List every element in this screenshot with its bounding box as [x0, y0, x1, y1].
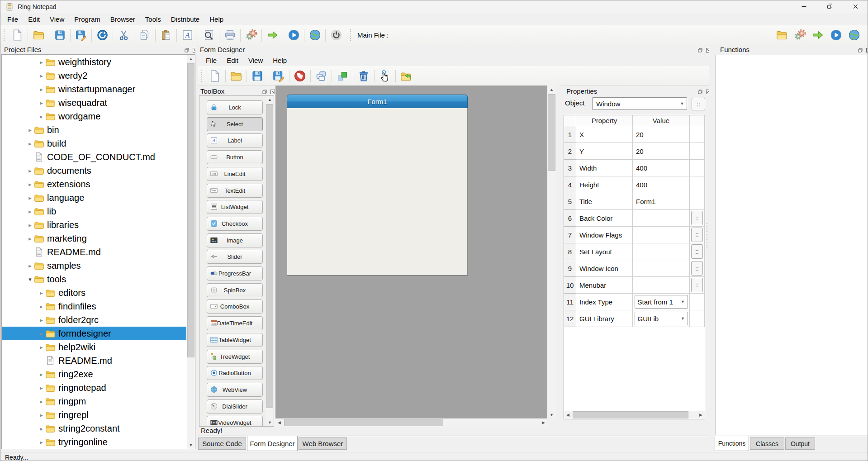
open-source-button[interactable]: [397, 68, 415, 84]
tree-item-wisequadrat[interactable]: ▸wisequadrat: [2, 96, 186, 109]
float-icon[interactable]: [183, 47, 190, 53]
property-value-cell[interactable]: Start from 1▼: [633, 294, 690, 310]
toolbox-dialslider-button[interactable]: DialSlider: [207, 399, 263, 413]
tab-source-code[interactable]: Source Code: [198, 437, 246, 450]
gui-library-dropdown[interactable]: GUILib▼: [635, 312, 688, 325]
chevron-down-icon[interactable]: ▾: [26, 276, 34, 283]
form-window-titlebar[interactable]: Form1: [287, 95, 468, 108]
properties-hscrollbar[interactable]: ◀ ▶: [564, 411, 705, 419]
tree-item-werdy2[interactable]: ▸werdy2: [2, 69, 186, 82]
toolbox-radiobutton-button[interactable]: RadioButton: [207, 366, 263, 380]
chevron-right-icon[interactable]: ▸: [26, 181, 34, 188]
property-value-cell[interactable]: 400: [633, 176, 690, 193]
toolbox-datetimeedit-button[interactable]: DateTimeEdit: [207, 316, 263, 330]
web-button[interactable]: [306, 27, 324, 43]
duplicate-control-button[interactable]: [312, 68, 330, 84]
designed-form-window[interactable]: Form1: [287, 95, 468, 276]
chevron-right-icon[interactable]: ▸: [38, 100, 45, 106]
tree-item-documents[interactable]: ▸documents: [2, 164, 186, 177]
panel-resize-grip[interactable]: [706, 221, 708, 248]
tree-item-formdesigner[interactable]: ▸formdesigner: [2, 327, 186, 340]
toolbox-videowidget-button[interactable]: VideoWidget: [207, 416, 263, 427]
scroll-thumb[interactable]: [266, 104, 273, 408]
menu-edit[interactable]: Edit: [23, 14, 45, 25]
tab-classes[interactable]: Classes: [750, 437, 784, 450]
toolbox-label-button[interactable]: ALabel: [207, 133, 263, 147]
close-icon[interactable]: [269, 88, 276, 95]
reload-button[interactable]: [93, 27, 111, 43]
scroll-right-icon[interactable]: ▶: [697, 411, 705, 419]
delete-control-button[interactable]: [355, 68, 373, 84]
chevron-right-icon[interactable]: ▸: [38, 425, 45, 432]
scroll-thumb[interactable]: [548, 94, 555, 171]
menubar-more-button[interactable]: ::: [691, 278, 703, 292]
tab-web-browser[interactable]: Web Browser: [299, 437, 347, 450]
fd-menu-help[interactable]: Help: [268, 55, 292, 66]
toolbox-combobox-button[interactable]: ComboBox: [207, 299, 263, 314]
property-value-cell[interactable]: [633, 227, 690, 243]
tree-item-code-of-conduct-md[interactable]: CODE_OF_CONDUCT.md: [2, 150, 186, 164]
tree-item-findinfiles[interactable]: ▸findinfiles: [2, 299, 186, 313]
scroll-left-icon[interactable]: ◀: [564, 411, 572, 419]
float-icon[interactable]: [697, 88, 703, 95]
toolbox-image-button[interactable]: Image: [207, 233, 263, 247]
toolbox-select-button[interactable]: Select: [207, 117, 263, 131]
toolbox-webview-button[interactable]: WebView: [207, 383, 263, 397]
menu-view[interactable]: View: [45, 14, 69, 25]
scroll-thumb[interactable]: [284, 419, 443, 426]
scroll-thumb[interactable]: [187, 63, 194, 357]
toolbar-grip[interactable]: [201, 70, 203, 82]
toolbox-checkbox-button[interactable]: Checkbox: [207, 217, 263, 231]
close-form-button[interactable]: [291, 68, 309, 84]
property-value-cell[interactable]: GUILib▼: [633, 310, 690, 327]
run-to-button[interactable]: [263, 27, 281, 43]
cut-button[interactable]: [114, 27, 133, 43]
menu-distribute[interactable]: Distribute: [166, 14, 204, 25]
settings-button[interactable]: [791, 27, 809, 43]
chevron-right-icon[interactable]: ▸: [38, 330, 45, 337]
print-button[interactable]: [221, 27, 239, 43]
tree-item-lib[interactable]: ▸lib: [2, 204, 186, 218]
settings-button[interactable]: [242, 27, 260, 43]
toolbox-button-button[interactable]: Button: [207, 150, 263, 164]
tree-item-language[interactable]: ▸language: [2, 191, 186, 204]
canvas-hscrollbar[interactable]: ◀ ▶: [275, 418, 547, 427]
index-type-dropdown[interactable]: Start from 1▼: [635, 295, 688, 309]
minimize-button[interactable]: [791, 0, 817, 13]
set-layout-more-button[interactable]: ::: [691, 244, 703, 259]
tree-item-build[interactable]: ▸build: [2, 137, 186, 150]
paste-button[interactable]: [157, 27, 175, 43]
chevron-right-icon[interactable]: ▸: [38, 303, 45, 310]
tab-output[interactable]: Output: [785, 437, 815, 450]
power-button[interactable]: [327, 27, 345, 43]
toolbox-vscrollbar[interactable]: ▲ ▼: [266, 96, 274, 426]
property-value-cell[interactable]: 20: [633, 143, 690, 160]
chevron-right-icon[interactable]: ▸: [38, 439, 45, 446]
tab-functions[interactable]: Functions: [715, 436, 749, 451]
fd-menu-view[interactable]: View: [243, 55, 268, 66]
save-button[interactable]: [51, 27, 69, 43]
chevron-right-icon[interactable]: ▸: [38, 59, 45, 66]
tree-item-help2wiki[interactable]: ▸help2wiki: [2, 340, 186, 354]
tree-item-editors[interactable]: ▸editors: [2, 286, 186, 299]
scroll-thumb[interactable]: [573, 411, 688, 418]
scroll-down-icon[interactable]: ▼: [266, 419, 274, 426]
float-icon[interactable]: [697, 47, 703, 53]
scroll-left-icon[interactable]: ◀: [275, 418, 283, 427]
toolbox-tablewidget-button[interactable]: TableWidget: [207, 333, 263, 347]
new-form-button[interactable]: [206, 68, 224, 84]
new-file-button[interactable]: [8, 27, 26, 43]
float-icon[interactable]: [261, 88, 268, 95]
tree-item-tools[interactable]: ▾tools: [2, 272, 186, 286]
tree-item-winstartupmanager[interactable]: ▸winstartupmanager: [2, 82, 186, 96]
form-window-body[interactable]: [287, 108, 468, 276]
toolbox-slider-button[interactable]: Slider: [207, 250, 263, 264]
scroll-up-icon[interactable]: ▲: [266, 96, 274, 103]
chevron-right-icon[interactable]: ▸: [38, 86, 45, 93]
maximize-button[interactable]: [817, 0, 843, 13]
run-button[interactable]: [285, 27, 303, 43]
save-as-button[interactable]: [72, 27, 90, 43]
toolbox-lock-button[interactable]: Lock: [207, 100, 263, 114]
tree-item-wordgame[interactable]: ▸wordgame: [2, 109, 186, 123]
toolbox-textedit-button[interactable]: TextTextEdit: [207, 184, 263, 198]
